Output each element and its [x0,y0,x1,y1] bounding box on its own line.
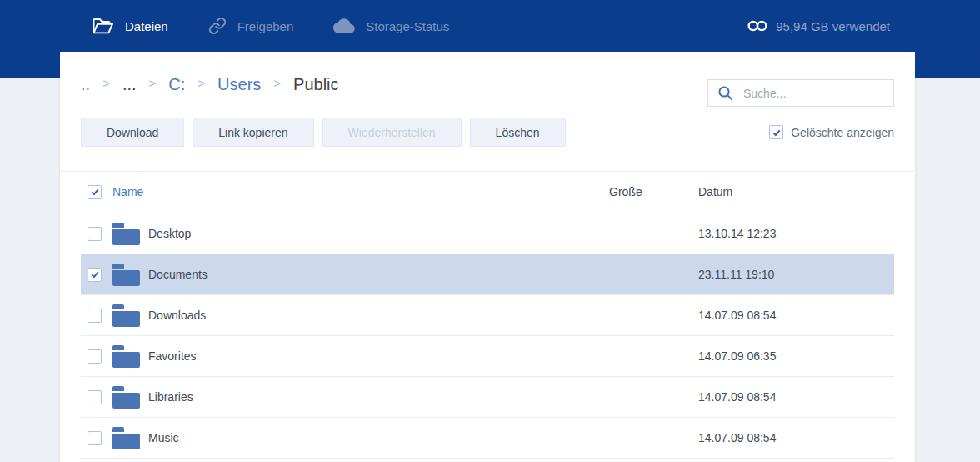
check-icon [90,187,100,197]
infinity-icon [748,20,768,32]
breadcrumb-separator: > [273,73,281,94]
tab-label: Dateien [125,19,168,33]
column-header-name[interactable]: Name [112,185,609,198]
folder-icon [112,223,140,245]
breadcrumb-item[interactable]: Users [218,73,261,95]
tab-label: Storage-Status [366,19,449,33]
file-name: Downloads [148,309,206,322]
row-checkbox[interactable] [88,227,102,241]
tab-storage-status[interactable]: Storage-Status [333,18,449,33]
check-icon [90,269,100,279]
file-name: Libraries [148,390,193,404]
file-date: 14.07.09 08:54 [698,431,894,444]
tab-label: Freigeben [238,19,294,33]
row-checkbox[interactable] [88,390,102,404]
file-date: 14.07.09 06:35 [698,349,894,363]
breadcrumb-separator: > [102,73,110,94]
check-icon [772,128,782,138]
row-checkbox[interactable] [88,309,102,323]
table-row[interactable]: Downloads 14.07.09 08:54 [81,295,894,336]
file-name: Music [148,431,179,444]
file-name: Documents [148,268,208,281]
row-checkbox[interactable] [88,431,102,445]
breadcrumb-item[interactable]: .. [81,73,90,95]
storage-usage-label: 95,94 GB verwendet [776,19,890,33]
folder-icon [112,264,140,286]
tab-freigeben[interactable]: Freigeben [208,17,294,35]
breadcrumb-item: ... [122,73,137,95]
table-row[interactable]: Desktop 13.10.14 12:23 [81,213,894,254]
row-checkbox[interactable] [88,349,102,364]
table-body: Desktop 13.10.14 12:23 Documents 23.11.1… [81,213,894,459]
breadcrumb-item[interactable]: C: [168,73,185,95]
folder-icon [112,304,140,327]
show-deleted-label: Gelöschte anzeigen [791,126,894,139]
search-input[interactable] [742,86,893,101]
nav-tabs: DateienFreigebenStorage-Status [92,17,449,35]
download-button[interactable]: Download [81,118,184,147]
file-date: 14.07.09 08:54 [698,390,894,404]
show-deleted-toggle[interactable]: Gelöschte anzeigen [769,125,894,139]
file-date: 13.10.14 12:23 [698,227,894,240]
file-table: Name Größe Datum Desktop 13.10.14 12:23 [81,171,894,459]
folder-open-icon [92,18,114,35]
link-kopieren-button[interactable]: Link kopieren [192,118,313,147]
file-browser-panel: ..>...>C:>Users>Public DownloadLink kopi… [60,52,915,462]
file-date: 23.11.11 19:10 [698,268,894,281]
link-icon [208,17,227,35]
column-header-date[interactable]: Datum [698,185,894,198]
wiederherstellen-button: Wiederherstellen [322,118,462,147]
breadcrumb-separator: > [198,73,205,94]
folder-icon [112,345,140,368]
column-header-size[interactable]: Größe [609,185,698,198]
select-all-checkbox[interactable] [88,185,102,199]
tab-dateien[interactable]: Dateien [92,18,168,35]
table-row[interactable]: Favorites 14.07.09 06:35 [81,336,894,377]
table-row[interactable]: Music 14.07.09 08:54 [81,418,894,459]
storage-usage: 95,94 GB verwendet [748,19,890,33]
file-name: Favorites [148,349,197,363]
cloud-icon [333,18,355,33]
search-box [708,79,894,107]
search-icon [718,85,733,101]
row-checkbox[interactable] [88,268,102,282]
file-date: 14.07.09 08:54 [698,309,894,322]
toolbar: DownloadLink kopierenWiederherstellenLös… [81,118,566,147]
table-row[interactable]: Documents 23.11.11 19:10 [81,254,894,295]
folder-icon [112,427,140,449]
folder-icon [112,386,140,409]
table-row[interactable]: Libraries 14.07.09 08:54 [81,377,894,418]
show-deleted-checkbox[interactable] [769,125,783,139]
breadcrumb: ..>...>C:>Users>Public [81,73,339,95]
file-name: Desktop [148,227,191,240]
table-header: Name Größe Datum [81,171,894,213]
breadcrumb-separator: > [149,73,157,94]
loeschen-button[interactable]: Löschen [470,118,566,147]
breadcrumb-item: Public [293,73,338,95]
